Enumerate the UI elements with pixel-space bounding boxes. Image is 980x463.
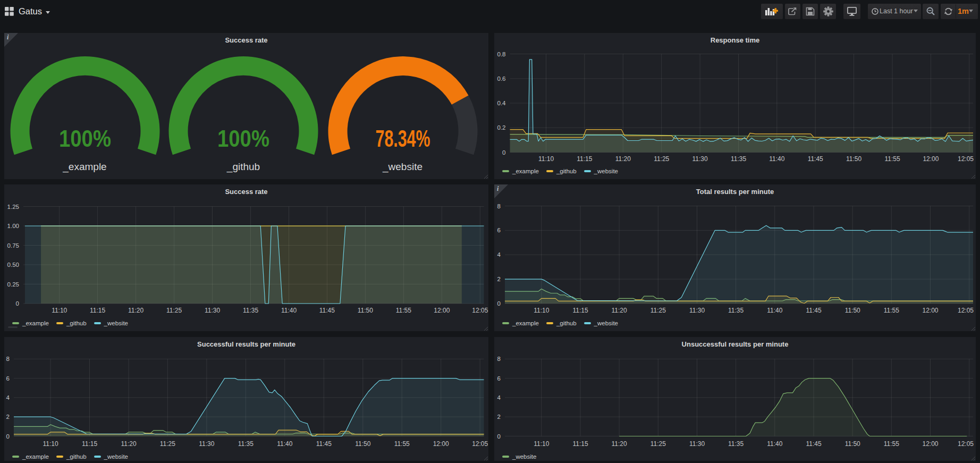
svg-text:0.25: 0.25 xyxy=(7,281,19,288)
svg-text:6: 6 xyxy=(497,375,501,382)
svg-text:11:15: 11:15 xyxy=(577,155,592,163)
svg-text:11:30: 11:30 xyxy=(689,307,705,314)
svg-text:8: 8 xyxy=(6,356,10,362)
svg-text:11:30: 11:30 xyxy=(692,155,708,163)
svg-text:11:40: 11:40 xyxy=(769,155,784,163)
svg-text:12:00: 12:00 xyxy=(434,307,450,314)
svg-text:0.4: 0.4 xyxy=(497,100,506,106)
svg-text:11:20: 11:20 xyxy=(121,440,136,448)
svg-text:2: 2 xyxy=(6,414,10,420)
svg-text:12:05: 12:05 xyxy=(958,155,974,163)
svg-text:12:05: 12:05 xyxy=(472,440,488,448)
svg-text:4: 4 xyxy=(6,394,10,401)
svg-text:12:00: 12:00 xyxy=(433,440,449,448)
svg-text:6: 6 xyxy=(6,375,10,382)
svg-text:11:50: 11:50 xyxy=(845,307,860,314)
svg-text:11:45: 11:45 xyxy=(319,307,335,314)
svg-text:11:30: 11:30 xyxy=(199,440,214,448)
svg-text:11:40: 11:40 xyxy=(767,440,782,448)
svg-text:0.6: 0.6 xyxy=(497,75,506,82)
svg-text:2: 2 xyxy=(497,276,501,282)
svg-text:8: 8 xyxy=(497,203,501,209)
svg-text:11:50: 11:50 xyxy=(358,307,373,314)
svg-text:11:40: 11:40 xyxy=(767,307,782,314)
svg-text:11:10: 11:10 xyxy=(534,440,549,448)
svg-text:11:35: 11:35 xyxy=(238,440,254,448)
svg-text:11:15: 11:15 xyxy=(572,440,588,448)
svg-text:0.50: 0.50 xyxy=(7,262,19,268)
svg-text:0.2: 0.2 xyxy=(497,124,506,131)
svg-text:11:40: 11:40 xyxy=(281,307,297,314)
svg-text:11:55: 11:55 xyxy=(884,155,900,163)
svg-text:11:10: 11:10 xyxy=(534,307,549,314)
svg-text:11:55: 11:55 xyxy=(394,440,410,448)
svg-text:0.8: 0.8 xyxy=(497,51,506,57)
svg-text:0.75: 0.75 xyxy=(7,242,19,249)
svg-text:12:00: 12:00 xyxy=(922,307,938,314)
svg-text:11:35: 11:35 xyxy=(728,307,744,314)
svg-text:11:20: 11:20 xyxy=(612,307,627,314)
svg-text:0: 0 xyxy=(6,433,10,440)
svg-text:11:25: 11:25 xyxy=(650,440,666,448)
svg-text:11:10: 11:10 xyxy=(43,440,58,448)
svg-text:1.25: 1.25 xyxy=(7,204,19,210)
svg-text:11:35: 11:35 xyxy=(243,307,258,314)
svg-text:8: 8 xyxy=(497,356,501,362)
svg-text:12:05: 12:05 xyxy=(472,307,488,314)
svg-text:11:15: 11:15 xyxy=(82,440,97,448)
svg-text:11:50: 11:50 xyxy=(355,440,370,448)
svg-text:11:45: 11:45 xyxy=(808,155,823,163)
svg-text:11:15: 11:15 xyxy=(572,307,588,314)
svg-text:11:55: 11:55 xyxy=(396,307,411,314)
svg-text:0: 0 xyxy=(497,300,501,307)
svg-text:11:50: 11:50 xyxy=(845,440,860,448)
svg-text:0: 0 xyxy=(502,149,505,156)
svg-text:11:25: 11:25 xyxy=(650,307,666,314)
svg-text:1.00: 1.00 xyxy=(7,223,19,229)
svg-text:0: 0 xyxy=(497,433,501,440)
svg-text:11:30: 11:30 xyxy=(205,307,220,314)
svg-text:11:10: 11:10 xyxy=(52,307,67,314)
svg-text:11:40: 11:40 xyxy=(277,440,292,448)
svg-text:2: 2 xyxy=(497,414,501,420)
svg-text:11:25: 11:25 xyxy=(654,155,669,163)
svg-text:12:00: 12:00 xyxy=(923,155,939,163)
svg-text:11:45: 11:45 xyxy=(316,440,332,448)
svg-text:11:25: 11:25 xyxy=(160,440,175,448)
svg-text:11:55: 11:55 xyxy=(884,307,899,314)
svg-text:11:45: 11:45 xyxy=(806,307,821,314)
svg-text:4: 4 xyxy=(497,394,501,401)
svg-text:12:05: 12:05 xyxy=(958,440,974,448)
svg-text:6: 6 xyxy=(497,227,501,233)
svg-text:4: 4 xyxy=(497,251,501,258)
svg-text:11:55: 11:55 xyxy=(884,440,899,448)
svg-text:12:05: 12:05 xyxy=(958,307,974,314)
svg-text:11:25: 11:25 xyxy=(166,307,182,314)
svg-text:0: 0 xyxy=(16,300,19,307)
svg-text:11:20: 11:20 xyxy=(128,307,143,314)
svg-text:11:50: 11:50 xyxy=(846,155,861,163)
svg-text:11:15: 11:15 xyxy=(90,307,105,314)
svg-text:11:35: 11:35 xyxy=(728,440,744,448)
svg-text:11:45: 11:45 xyxy=(806,440,821,448)
svg-text:11:30: 11:30 xyxy=(689,440,705,448)
svg-text:12:00: 12:00 xyxy=(922,440,938,448)
svg-text:11:10: 11:10 xyxy=(538,155,554,163)
svg-text:11:20: 11:20 xyxy=(615,155,631,163)
svg-text:11:35: 11:35 xyxy=(731,155,746,163)
svg-text:11:20: 11:20 xyxy=(612,440,627,448)
